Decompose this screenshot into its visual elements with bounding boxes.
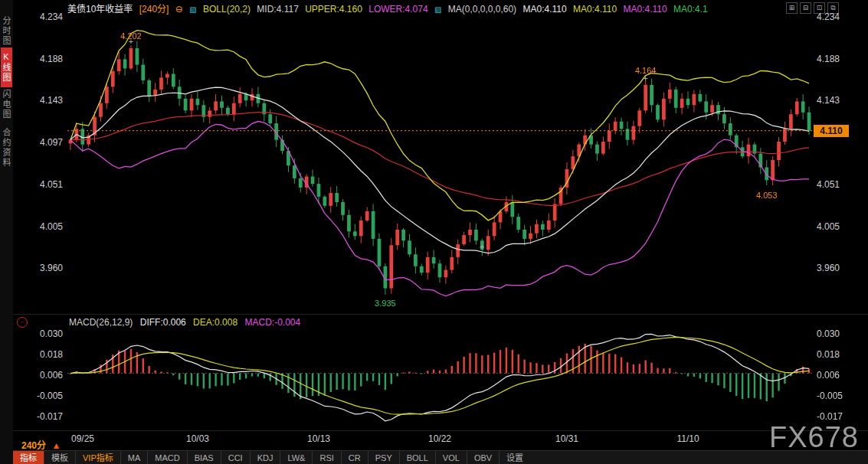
toolbar-tab-RSI[interactable]: RSI bbox=[312, 451, 340, 464]
price-axis-left-label: 4.234 bbox=[15, 11, 63, 22]
panel-divider-bottom bbox=[13, 430, 868, 431]
sidebar-item-contract-info[interactable]: 合约资料 bbox=[1, 123, 12, 173]
toolbar-tab-OBV[interactable]: OBV bbox=[467, 451, 499, 464]
toolbar-tab-BOLL[interactable]: BOLL bbox=[399, 451, 435, 464]
macd-chart-canvas[interactable] bbox=[67, 328, 812, 429]
watermark: FX678 bbox=[769, 421, 859, 454]
indicator-toolbar: 指标模板VIP指标MAMACDBIASCCIKDJLW&RSICRPSYBOLL… bbox=[13, 450, 868, 464]
macd-axis-left-label: 0.018 bbox=[15, 349, 63, 360]
interval-up-arrow-icon: ▲ bbox=[51, 440, 61, 451]
price-axis-right-label: 3.960 bbox=[817, 263, 863, 273]
main-price-chart-canvas[interactable] bbox=[67, 6, 812, 314]
sidebar-item-flash-chart[interactable]: 闪电图 bbox=[1, 84, 12, 124]
last-price-tag: 4.110 bbox=[814, 125, 849, 137]
toolbar-tab-设置[interactable]: 设置 bbox=[499, 451, 530, 464]
macd-panel-icon[interactable]: ◦ bbox=[17, 317, 28, 328]
price-axis-left-label: 4.188 bbox=[15, 54, 63, 64]
x-axis-date-label: 10/31 bbox=[555, 433, 578, 444]
sidebar-item-timeline-chart[interactable]: 分时图 bbox=[1, 11, 12, 51]
price-axis-left-label: 4.143 bbox=[15, 95, 63, 106]
macd-diff-value: DIFF:0.006 bbox=[140, 317, 186, 328]
toolbar-tab-LW&[interactable]: LW& bbox=[280, 451, 312, 464]
macd-axis-right-label: 0.018 bbox=[817, 349, 863, 360]
price-axis-right-label: 4.234 bbox=[817, 11, 863, 22]
macd-axis-left-label: 0.006 bbox=[15, 370, 63, 381]
toolbar-tab-BIAS[interactable]: BIAS bbox=[187, 451, 221, 464]
x-axis-date-label: 10/03 bbox=[186, 433, 209, 444]
toolbar-tab-VOL[interactable]: VOL bbox=[435, 451, 467, 464]
macd-axis-left-label: 0.030 bbox=[15, 328, 63, 339]
macd-axis-right-label: -0.017 bbox=[817, 411, 863, 422]
price-axis-right-label: 4.143 bbox=[817, 95, 863, 106]
toolbar-tab-CCI[interactable]: CCI bbox=[221, 451, 250, 464]
x-axis-date-label: 10/13 bbox=[307, 433, 330, 444]
toolbar-tab-MACD[interactable]: MACD bbox=[147, 451, 186, 464]
price-axis-left-label: 4.051 bbox=[15, 179, 63, 190]
macd-dea-value: DEA:0.008 bbox=[193, 317, 237, 328]
toolbar-tab-指标[interactable]: 指标 bbox=[13, 451, 44, 464]
macd-params-label: MACD(26,12,9) bbox=[69, 317, 133, 328]
price-axis-right-label: 4.051 bbox=[817, 179, 863, 190]
price-axis-left-label: 3.960 bbox=[15, 263, 63, 273]
toolbar-tab-MA[interactable]: MA bbox=[120, 451, 148, 464]
macd-axis-right-label: 0.006 bbox=[817, 370, 863, 381]
macd-axis-right-label: -0.005 bbox=[817, 390, 863, 401]
price-axis-right-label: 4.188 bbox=[817, 54, 863, 64]
price-axis-right-label: 4.005 bbox=[817, 221, 863, 232]
panel-divider-top bbox=[13, 314, 868, 315]
app-root: 分时图 K线图 闪电图 合约资料 美债10年收益率 [240分] ⊖ ▧ BOL… bbox=[0, 0, 868, 464]
macd-header: MACD(26,12,9) DIFF:0.006 DEA:0.008 MACD:… bbox=[69, 317, 305, 328]
price-axis-left-label: 4.097 bbox=[15, 137, 63, 148]
price-axis-left-label: 4.005 bbox=[15, 221, 63, 232]
macd-axis-left-label: -0.005 bbox=[15, 390, 63, 401]
x-axis-date-label: 09/25 bbox=[71, 433, 94, 444]
x-axis-date-label: 11/10 bbox=[676, 433, 699, 444]
toolbar-tab-PSY[interactable]: PSY bbox=[368, 451, 399, 464]
toolbar-tab-CR[interactable]: CR bbox=[341, 451, 368, 464]
footer-interval[interactable]: 240分 ▲ bbox=[21, 438, 61, 451]
macd-axis-right-label: 0.030 bbox=[817, 328, 863, 339]
toolbar-tab-模板[interactable]: 模板 bbox=[44, 451, 75, 464]
macd-macd-value: MACD:-0.004 bbox=[244, 317, 300, 328]
x-axis-date-label: 10/22 bbox=[428, 433, 451, 444]
left-sidebar: 分时图 K线图 闪电图 合约资料 bbox=[0, 0, 13, 464]
toolbar-tab-VIP指标[interactable]: VIP指标 bbox=[75, 451, 120, 464]
sidebar-item-kline-chart[interactable]: K线图 bbox=[1, 47, 12, 87]
macd-axis-left-label: -0.017 bbox=[15, 411, 63, 422]
footer-interval-label: 240分 bbox=[21, 440, 46, 451]
toolbar-tab-KDJ[interactable]: KDJ bbox=[250, 451, 280, 464]
